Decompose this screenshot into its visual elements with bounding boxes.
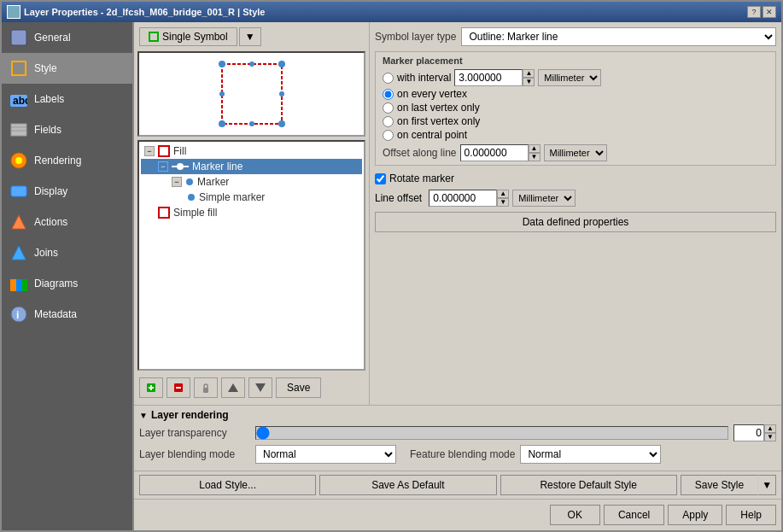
marker-expand[interactable]: − xyxy=(172,177,182,187)
offset-input[interactable] xyxy=(460,144,529,161)
svg-point-26 xyxy=(279,91,284,96)
layer-rendering-label: Layer rendering xyxy=(151,409,229,421)
sidebar-label-style: Style xyxy=(34,62,57,74)
sidebar-item-joins[interactable]: Joins xyxy=(2,237,132,268)
on-last-vertex-radio[interactable] xyxy=(383,102,394,114)
sidebar-item-rendering[interactable]: Rendering xyxy=(2,145,132,176)
save-style-dropdown[interactable]: ▼ xyxy=(757,475,776,495)
symbol-type-button[interactable]: Single Symbol xyxy=(139,27,237,46)
save-button[interactable]: Save xyxy=(276,377,321,398)
svg-point-22 xyxy=(278,120,285,127)
svg-rect-38 xyxy=(203,388,208,393)
marker-placement-title: Marker placement xyxy=(383,56,768,66)
help-button[interactable]: Help xyxy=(726,505,776,525)
move-layer-down-button[interactable] xyxy=(248,377,272,398)
simple-fill-icon xyxy=(158,207,170,219)
svg-rect-0 xyxy=(11,30,26,45)
sidebar-label-fields: Fields xyxy=(34,124,61,136)
tree-item-fill[interactable]: − Fill xyxy=(141,143,362,159)
metadata-icon: i xyxy=(10,306,27,323)
layer-rendering-title: ▼ Layer rendering xyxy=(139,409,776,421)
with-interval-radio[interactable] xyxy=(383,73,394,84)
interval-up[interactable]: ▲ xyxy=(523,69,535,78)
svg-rect-13 xyxy=(16,279,22,291)
svg-rect-27 xyxy=(159,146,169,156)
interval-unit-select[interactable]: Millimeter xyxy=(538,69,601,86)
interval-down[interactable]: ▼ xyxy=(523,78,535,86)
tree-item-simple-fill[interactable]: Simple fill xyxy=(141,205,362,220)
sidebar-item-style[interactable]: Style xyxy=(2,53,132,84)
load-style-button[interactable]: Load Style... xyxy=(139,475,316,495)
tree-item-simple-marker[interactable]: Simple marker xyxy=(141,190,362,205)
on-first-vertex-radio[interactable] xyxy=(383,116,394,127)
sidebar-label-labels: Labels xyxy=(34,93,64,105)
sidebar-item-labels[interactable]: abc Labels xyxy=(2,84,132,114)
line-offset-input[interactable] xyxy=(429,190,497,207)
line-offset-unit-select[interactable]: Millimeter xyxy=(512,190,576,207)
svg-rect-18 xyxy=(222,64,282,124)
remove-layer-button[interactable] xyxy=(167,377,190,398)
help-titlebar-button[interactable]: ? xyxy=(747,6,761,18)
ok-button[interactable]: OK xyxy=(550,505,600,525)
save-as-default-button[interactable]: Save As Default xyxy=(319,475,496,495)
on-central-point-row: on central point xyxy=(383,129,768,141)
interval-input[interactable] xyxy=(454,69,523,86)
svg-rect-17 xyxy=(149,32,158,41)
on-first-vertex-label: on first vertex only xyxy=(397,115,480,127)
transparency-up[interactable]: ▲ xyxy=(764,424,776,433)
sidebar-item-fields[interactable]: Fields xyxy=(2,114,132,145)
close-titlebar-button[interactable]: ✕ xyxy=(763,6,776,18)
rotate-marker-checkbox[interactable] xyxy=(375,173,386,184)
line-offset-down[interactable]: ▼ xyxy=(497,198,509,207)
save-style-button[interactable]: Save Style xyxy=(681,475,757,495)
offset-down[interactable]: ▼ xyxy=(529,153,541,161)
tree-item-marker-line[interactable]: − Marker line xyxy=(141,159,362,174)
restore-default-button[interactable]: Restore Default Style xyxy=(500,475,677,495)
svg-text:i: i xyxy=(16,309,19,321)
fill-icon xyxy=(158,145,170,157)
sidebar-item-actions[interactable]: Actions xyxy=(2,207,132,237)
symbol-type-dropdown[interactable]: ▼ xyxy=(239,27,261,46)
transparency-label: Layer transparency xyxy=(139,427,250,439)
layer-rendering-arrow: ▼ xyxy=(139,411,148,420)
line-offset-up[interactable]: ▲ xyxy=(497,190,509,198)
on-central-point-radio[interactable] xyxy=(383,130,394,141)
on-every-vertex-radio[interactable] xyxy=(383,89,394,100)
fill-expand[interactable]: − xyxy=(144,146,155,156)
data-defined-button[interactable]: Data defined properties xyxy=(375,212,776,232)
on-last-vertex-row: on last vertex only xyxy=(383,102,768,114)
titlebar: Layer Properties - 2d_lfcsh_M06_bridge_0… xyxy=(2,2,781,22)
add-layer-button[interactable] xyxy=(139,377,163,398)
tree-item-marker[interactable]: − Marker xyxy=(141,174,362,190)
sidebar-item-diagrams[interactable]: Diagrams xyxy=(2,268,132,299)
sidebar-item-display[interactable]: Display xyxy=(2,176,132,207)
symbol-layer-type-row: Symbol layer type Outline: Marker line xyxy=(375,27,776,46)
svg-point-8 xyxy=(15,157,22,164)
lock-layer-button[interactable] xyxy=(194,377,218,398)
titlebar-left: Layer Properties - 2d_lfcsh_M06_bridge_0… xyxy=(7,5,265,19)
cancel-button[interactable]: Cancel xyxy=(604,505,664,525)
feature-blending-select[interactable]: Normal xyxy=(520,445,661,464)
svg-point-29 xyxy=(177,163,184,170)
move-layer-up-button[interactable] xyxy=(221,377,245,398)
offset-up[interactable]: ▲ xyxy=(529,144,541,153)
marker-line-expand[interactable]: − xyxy=(158,161,168,172)
line-offset-spinbox: ▲ ▼ xyxy=(429,190,509,207)
symbol-layer-type-select[interactable]: Outline: Marker line xyxy=(461,27,776,46)
preview-svg xyxy=(205,56,299,132)
line-offset-arrows: ▲ ▼ xyxy=(497,190,509,207)
simple-marker-icon xyxy=(187,193,196,202)
sidebar-item-metadata[interactable]: i Metadata xyxy=(2,299,132,330)
transparency-down[interactable]: ▼ xyxy=(764,433,776,441)
sidebar-label-rendering: Rendering xyxy=(34,155,81,167)
apply-button[interactable]: Apply xyxy=(668,505,722,525)
offset-unit-select[interactable]: Millimeter xyxy=(544,144,607,161)
blending-mode-select[interactable]: Normal xyxy=(255,445,396,464)
main-content: General Style abc Labels Fields xyxy=(2,22,781,530)
sidebar-item-general[interactable]: General xyxy=(2,22,132,53)
fields-icon xyxy=(10,121,27,138)
transparency-input[interactable] xyxy=(733,424,764,441)
symbol-tree: − Fill − Marker line xyxy=(137,140,365,371)
on-last-vertex-label: on last vertex only xyxy=(397,102,480,114)
transparency-slider[interactable] xyxy=(255,426,728,440)
